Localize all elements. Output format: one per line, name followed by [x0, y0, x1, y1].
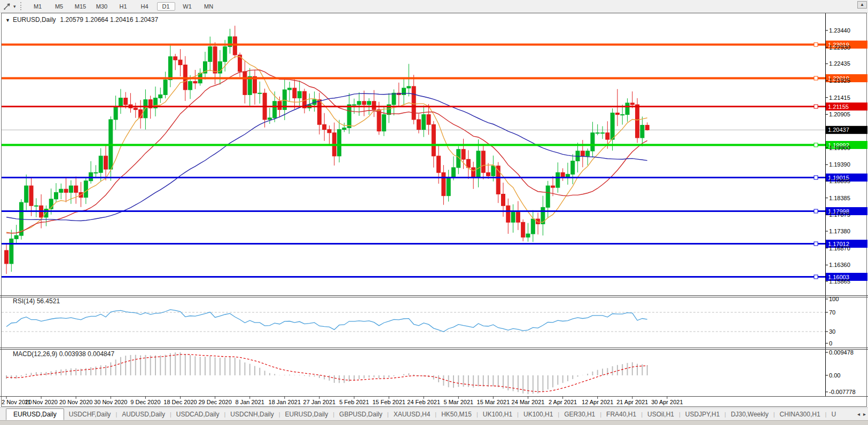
tab-uk100-h1[interactable]: UK100,H1 [519, 409, 558, 420]
toolbar-grip [20, 2, 23, 10]
svg-text:15 Feb 2021: 15 Feb 2021 [372, 399, 405, 405]
svg-text:20 Nov 2020: 20 Nov 2020 [59, 399, 92, 405]
level-handle[interactable] [814, 209, 818, 213]
svg-text:1.22930: 1.22930 [829, 44, 850, 51]
svg-text:1.20437: 1.20437 [828, 127, 849, 133]
svg-text:30 Nov 2020: 30 Nov 2020 [94, 399, 127, 405]
level-handle[interactable] [814, 143, 818, 147]
svg-text:24 Mar 2021: 24 Mar 2021 [512, 399, 545, 405]
tab-usoil-h1[interactable]: USOil,H1 [643, 409, 679, 420]
svg-text:11 Nov 2020: 11 Nov 2020 [25, 399, 58, 405]
svg-text:1.20905: 1.20905 [829, 111, 850, 117]
svg-text:1.23440: 1.23440 [829, 27, 850, 34]
svg-text:100: 100 [829, 296, 839, 302]
level-handle[interactable] [814, 105, 818, 108]
svg-text:1.19900: 1.19900 [829, 145, 850, 151]
timeframe-button-m5[interactable]: M5 [50, 2, 68, 11]
svg-text:0.009478: 0.009478 [829, 349, 854, 356]
mt4-chart-window: 1.230191.220101.211551.199921.190151.179… [0, 0, 868, 425]
tab-usdcad-daily[interactable]: USDCAD,Daily [171, 409, 224, 420]
svg-text:0.00: 0.00 [829, 372, 840, 379]
tab-hk50-m15[interactable]: HK50,M15 [436, 409, 476, 420]
timeframe-button-mn[interactable]: MN [200, 2, 218, 11]
rsi-title: RSI(14) 56.4521 [13, 297, 60, 305]
chart-title: ▼EURUSD,Daily1.20579 1.20664 1.20416 1.2… [5, 16, 158, 23]
svg-text:18 Jan 2021: 18 Jan 2021 [269, 399, 301, 405]
timeframe-button-w1[interactable]: W1 [178, 2, 197, 11]
top-toolbar: ▾ M1M5M15M30H1H4D1W1MN ▲ [0, 0, 868, 13]
svg-text:0: 0 [829, 340, 832, 347]
svg-text:1.17875: 1.17875 [829, 211, 850, 218]
timeframe-button-h4[interactable]: H4 [136, 2, 154, 11]
tab-u[interactable]: U [826, 409, 841, 420]
svg-text:5 Mar 2021: 5 Mar 2021 [443, 399, 473, 405]
tab-gbpusd-daily[interactable]: GBPUSD,Daily [334, 409, 387, 420]
timeframe-button-d1[interactable]: D1 [157, 2, 175, 11]
svg-text:1.22435: 1.22435 [829, 60, 850, 67]
tab-scroll-left-icon[interactable]: ◂ [857, 411, 860, 417]
svg-text:1.19390: 1.19390 [829, 161, 850, 168]
tab-ger30-h1[interactable]: GER30,H1 [559, 409, 600, 420]
tab-eurusd-daily[interactable]: EURUSD,Daily [280, 409, 333, 420]
timeframe-button-m30[interactable]: M30 [93, 2, 111, 11]
svg-text:15 Mar 2021: 15 Mar 2021 [477, 399, 510, 405]
timeframe-button-m1[interactable]: M1 [29, 2, 47, 11]
price-chart-canvas[interactable]: 1.230191.220101.211551.199921.190151.179… [0, 0, 868, 425]
status-strip [0, 420, 868, 425]
level-handle[interactable] [814, 242, 818, 246]
tab-audusd-daily[interactable]: AUDUSD,Daily [117, 409, 170, 420]
tab-xauusd-h4[interactable]: XAUUSD,H4 [389, 409, 435, 420]
level-handle[interactable] [814, 176, 818, 179]
level-handle[interactable] [814, 275, 818, 279]
svg-text:1.18895: 1.18895 [829, 178, 850, 184]
chart-symbol: EURUSD,Daily [13, 16, 56, 23]
timeframe-buttons: M1M5M15M30H1H4D1W1MN [27, 2, 220, 11]
crosshair-tool-icon[interactable] [2, 2, 13, 11]
svg-text:1.16870: 1.16870 [829, 245, 850, 251]
svg-text:1.18385: 1.18385 [829, 195, 850, 201]
tab-fra40-h1[interactable]: FRA40,H1 [601, 409, 641, 420]
scroll-up-button[interactable]: ▲ [857, 1, 867, 9]
tab-usdchf-daily[interactable]: USDCHF,Daily [64, 409, 116, 420]
svg-text:70: 70 [829, 309, 835, 316]
chart-frame [2, 13, 867, 407]
macd-title: MACD(12,26,9) 0.003938 0.004847 [13, 350, 114, 358]
svg-text:2 Apr 2021: 2 Apr 2021 [549, 399, 577, 405]
collapse-arrow-icon[interactable]: ▼ [5, 18, 10, 23]
svg-text:1.15865: 1.15865 [829, 278, 850, 285]
timeframe-button-m15[interactable]: M15 [72, 2, 90, 11]
svg-text:27 Jan 2021: 27 Jan 2021 [303, 399, 336, 405]
level-handle[interactable] [814, 43, 818, 46]
chart-tabbar: EURUSD,DailyUSDCHF,Daily|AUDUSD,Daily|US… [0, 407, 868, 420]
svg-text:29 Dec 2020: 29 Dec 2020 [198, 399, 231, 405]
svg-text:21 Apr 2021: 21 Apr 2021 [616, 399, 648, 405]
chart-ohlc: 1.20579 1.20664 1.20416 1.20437 [60, 16, 159, 23]
svg-text:1.16360: 1.16360 [829, 262, 850, 268]
level-handle[interactable] [814, 76, 818, 80]
tab-dj30-weekly[interactable]: DJ30,Weekly [726, 409, 773, 420]
svg-text:1.21155: 1.21155 [828, 104, 849, 110]
svg-text:1.21415: 1.21415 [829, 95, 850, 101]
tab-eurusd-daily[interactable]: EURUSD,Daily [6, 408, 64, 420]
svg-text:-0.007778: -0.007778 [829, 389, 856, 395]
timeframe-button-h1[interactable]: H1 [114, 2, 132, 11]
svg-text:12 Apr 2021: 12 Apr 2021 [582, 399, 613, 405]
svg-text:18 Dec 2020: 18 Dec 2020 [163, 399, 197, 405]
tab-scroll-arrows: ◂ ▸ [855, 408, 868, 420]
svg-text:9 Dec 2020: 9 Dec 2020 [130, 399, 160, 405]
svg-text:1.17380: 1.17380 [829, 228, 850, 234]
tab-scroll-right-icon[interactable]: ▸ [863, 411, 866, 417]
svg-text:30 Apr 2021: 30 Apr 2021 [651, 399, 683, 405]
svg-text:24 Feb 2021: 24 Feb 2021 [407, 399, 440, 405]
svg-text:30: 30 [829, 328, 835, 335]
svg-text:1.21925: 1.21925 [829, 77, 850, 84]
tab-usdcnh-daily[interactable]: USDCNH,Daily [225, 409, 278, 420]
tab-china300-h1[interactable]: CHINA300,H1 [775, 409, 825, 420]
tab-usdjpy-h1[interactable]: USDJPY,H1 [681, 409, 724, 420]
svg-text:8 Jan 2021: 8 Jan 2021 [235, 399, 264, 405]
chevron-down-icon[interactable]: ▾ [13, 4, 16, 9]
svg-text:5 Feb 2021: 5 Feb 2021 [339, 399, 369, 405]
tab-uk100-h1[interactable]: UK100,H1 [478, 409, 517, 420]
